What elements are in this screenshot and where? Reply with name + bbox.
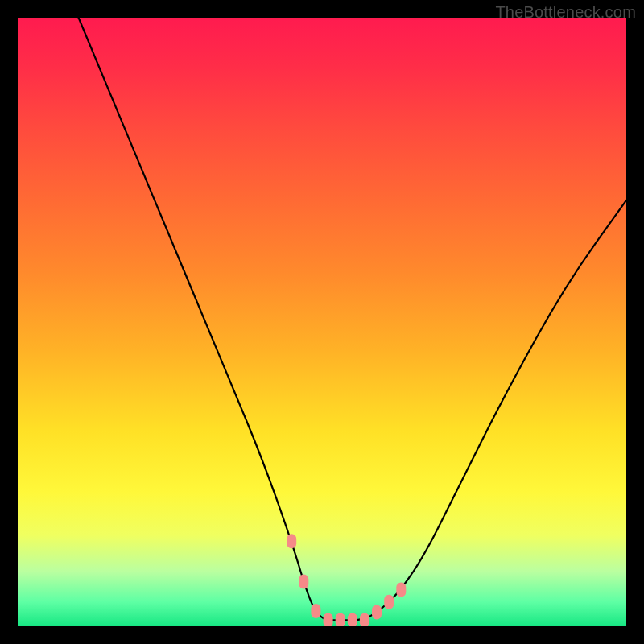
chart-plot-area bbox=[18, 18, 626, 626]
chart-frame: TheBottleneck.com bbox=[0, 0, 644, 644]
